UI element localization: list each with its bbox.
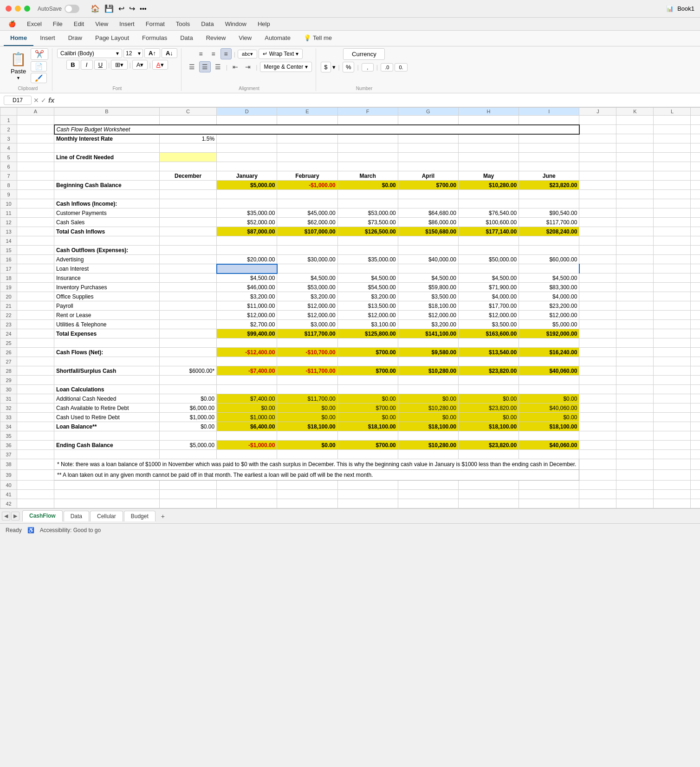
italic-button[interactable]: I	[81, 60, 93, 70]
cell-h40[interactable]	[458, 481, 519, 490]
cell-e42[interactable]	[277, 499, 337, 508]
cell-a8[interactable]	[17, 181, 54, 190]
underline-button[interactable]: U	[94, 60, 107, 70]
indent-decrease-button[interactable]: ⇤	[230, 61, 241, 72]
dollar-button[interactable]: $	[321, 62, 331, 72]
cell-d13[interactable]: $87,000.00	[217, 227, 277, 236]
cell-g42[interactable]	[398, 499, 458, 508]
redo-icon[interactable]: ↪	[129, 4, 135, 13]
cell-i29[interactable]	[519, 376, 579, 385]
cell-k26[interactable]	[616, 348, 654, 357]
cell-i7[interactable]: June	[519, 171, 579, 181]
cell-b22[interactable]: Rent or Lease	[54, 311, 160, 320]
cell-j2[interactable]	[579, 125, 616, 134]
align-right-button[interactable]: ☰	[212, 61, 224, 72]
cell-f37[interactable]	[337, 450, 398, 459]
cell-j16[interactable]	[579, 255, 616, 264]
cell-i4[interactable]	[519, 143, 579, 153]
cell-m13[interactable]	[691, 227, 700, 236]
cell-h33[interactable]: $0.00	[458, 413, 519, 422]
cell-g23[interactable]: $3,200.00	[398, 320, 458, 329]
cell-f41[interactable]	[337, 490, 398, 499]
cell-i15[interactable]	[519, 246, 579, 255]
cell-g7[interactable]: April	[398, 171, 458, 181]
cell-j28[interactable]	[579, 366, 616, 376]
cell-l35[interactable]	[654, 431, 691, 441]
cell-i17[interactable]	[519, 264, 579, 273]
cell-d42[interactable]	[217, 499, 277, 508]
cell-g11[interactable]: $64,680.00	[398, 208, 458, 218]
cell-g10[interactable]	[398, 199, 458, 208]
cell-d11[interactable]: $35,000.00	[217, 208, 277, 218]
cell-c42[interactable]	[159, 499, 216, 508]
col-header-g[interactable]: G	[398, 108, 458, 116]
cell-j42[interactable]	[579, 499, 616, 508]
cell-e19[interactable]: $53,000.00	[277, 283, 337, 292]
cell-g16[interactable]: $40,000.00	[398, 255, 458, 264]
cell-k7[interactable]	[616, 171, 654, 181]
comma-button[interactable]: ,	[362, 63, 374, 72]
cell-a11[interactable]	[17, 208, 54, 218]
cell-h10[interactable]	[458, 199, 519, 208]
cell-m11[interactable]	[691, 208, 700, 218]
cell-i13[interactable]: $208,240.00	[519, 227, 579, 236]
font-name-selector[interactable]: Calibri (Body) ▾	[57, 49, 122, 58]
cell-e41[interactable]	[277, 490, 337, 499]
cell-m35[interactable]	[691, 431, 700, 441]
cell-b13[interactable]: Total Cash Inflows	[54, 227, 160, 236]
cell-b28[interactable]: Shortfall/Surplus Cash	[54, 366, 160, 376]
tab-tellme[interactable]: 💡Tell me	[297, 31, 338, 46]
cell-g36[interactable]: $10,280.00	[398, 441, 458, 450]
cell-c19[interactable]	[159, 283, 216, 292]
cell-b14[interactable]	[54, 236, 160, 246]
cell-c18[interactable]	[159, 273, 216, 283]
cell-m40[interactable]	[691, 481, 700, 490]
cell-k6[interactable]	[616, 162, 654, 171]
cell-e30[interactable]	[277, 385, 337, 394]
cell-e31[interactable]: $11,700.00	[277, 394, 337, 403]
cell-f14[interactable]	[337, 236, 398, 246]
bold-button[interactable]: B	[66, 60, 79, 70]
cell-h24[interactable]: $163,600.00	[458, 329, 519, 338]
cell-a41[interactable]	[17, 490, 54, 499]
tab-formulas[interactable]: Formulas	[136, 31, 174, 46]
insert-function-icon[interactable]: fx	[48, 96, 54, 104]
cell-b1[interactable]	[54, 116, 160, 125]
formula-input[interactable]	[56, 97, 696, 104]
cell-l21[interactable]	[654, 301, 691, 311]
cell-c11[interactable]	[159, 208, 216, 218]
indent-increase-button[interactable]: ⇥	[242, 61, 253, 72]
cell-k38[interactable]	[616, 459, 654, 470]
cell-m15[interactable]	[691, 246, 700, 255]
cell-a34[interactable]	[17, 422, 54, 431]
cell-a16[interactable]	[17, 255, 54, 264]
cell-e15[interactable]	[277, 246, 337, 255]
cell-b30[interactable]: Loan Calculations	[54, 385, 160, 394]
cell-m37[interactable]	[691, 450, 700, 459]
cell-a9[interactable]	[17, 190, 54, 199]
cell-m32[interactable]	[691, 403, 700, 413]
font-decrease-button[interactable]: A↓	[162, 48, 177, 58]
cell-a38[interactable]	[17, 459, 54, 470]
cell-a17[interactable]	[17, 264, 54, 273]
cell-m6[interactable]	[691, 162, 700, 171]
cell-a33[interactable]	[17, 413, 54, 422]
cell-c6[interactable]	[159, 162, 216, 171]
cell-m42[interactable]	[691, 499, 700, 508]
cell-e12[interactable]: $62,000.00	[277, 218, 337, 227]
cell-i42[interactable]	[519, 499, 579, 508]
cell-g3[interactable]	[398, 134, 458, 143]
cell-c7[interactable]: December	[159, 171, 216, 181]
cell-i8[interactable]: $23,820.00	[519, 181, 579, 190]
cell-d37[interactable]	[217, 450, 277, 459]
cell-a27[interactable]	[17, 357, 54, 366]
cell-e23[interactable]: $3,000.00	[277, 320, 337, 329]
cell-j30[interactable]	[579, 385, 616, 394]
cell-b21[interactable]: Payroll	[54, 301, 160, 311]
cell-l4[interactable]	[654, 143, 691, 153]
cell-l16[interactable]	[654, 255, 691, 264]
cell-k23[interactable]	[616, 320, 654, 329]
cell-m25[interactable]	[691, 338, 700, 348]
cell-g26[interactable]: $9,580.00	[398, 348, 458, 357]
cell-f36[interactable]: $700.00	[337, 441, 398, 450]
